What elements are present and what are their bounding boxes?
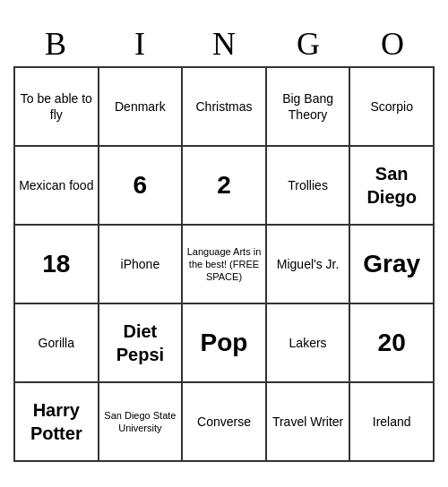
bingo-cell: 2 [183, 147, 267, 226]
bingo-cell: 20 [350, 304, 435, 383]
cell-content: Christmas [195, 98, 252, 115]
cell-content: To be able to fly [19, 90, 94, 123]
cell-content: 6 [134, 169, 148, 201]
bingo-cell: Gorilla [15, 304, 99, 383]
bingo-grid: To be able to flyDenmarkChristmasBig Ban… [13, 66, 435, 462]
bingo-cell: San Diego State University [99, 383, 184, 462]
bingo-cell: Gray [350, 226, 435, 304]
cell-content: 18 [42, 248, 70, 280]
cell-content: Converse [197, 414, 251, 430]
cell-content: Lakers [289, 335, 327, 351]
bingo-letter: N [185, 25, 263, 63]
cell-content: Harry Potter [19, 398, 94, 445]
cell-content: 2 [217, 169, 231, 201]
cell-content: San Diego State University [103, 409, 178, 435]
cell-content: Diet Pepsi [103, 320, 178, 366]
bingo-letter: B [16, 25, 95, 63]
bingo-cell: Language Arts in the best! (FREE SPACE) [183, 226, 267, 304]
cell-content: Gorilla [39, 335, 74, 351]
bingo-cell: San Diego [350, 147, 435, 226]
cell-content: Language Arts in the best! (FREE SPACE) [186, 245, 262, 284]
bingo-cell: To be able to fly [15, 68, 99, 147]
bingo-cell: Miguel's Jr. [267, 226, 351, 304]
bingo-cell: Denmark [99, 68, 184, 147]
cell-content: Gray [363, 248, 420, 280]
bingo-cell: Lakers [267, 304, 351, 383]
bingo-cell: Harry Potter [15, 383, 99, 462]
bingo-cell: iPhone [99, 226, 184, 304]
bingo-cell: Trollies [267, 147, 351, 226]
cell-content: Miguel's Jr. [277, 256, 340, 272]
bingo-cell: Big Bang Theory [267, 68, 351, 147]
cell-content: Big Bang Theory [271, 90, 346, 123]
cell-content: Scorpio [370, 98, 412, 115]
bingo-cell: Diet Pepsi [99, 304, 184, 383]
bingo-header: BINGO [13, 25, 435, 63]
cell-content: San Diego [354, 162, 429, 209]
cell-content: Trollies [288, 177, 328, 193]
bingo-letter: G [269, 25, 348, 63]
bingo-cell: Ireland [350, 383, 435, 462]
bingo-cell: Converse [183, 383, 267, 462]
cell-content: Denmark [115, 98, 166, 115]
bingo-card: BINGO To be able to flyDenmarkChristmasB… [4, 16, 444, 471]
bingo-cell: Mexican food [15, 147, 99, 226]
cell-content: Ireland [373, 414, 411, 430]
cell-content: iPhone [121, 256, 160, 272]
bingo-cell: Pop [183, 304, 267, 383]
bingo-cell: Travel Writer [267, 383, 351, 462]
bingo-cell: Christmas [183, 68, 267, 147]
bingo-letter: O [353, 25, 432, 63]
bingo-cell: 6 [99, 147, 184, 226]
bingo-letter: I [100, 25, 179, 63]
bingo-cell: Scorpio [350, 68, 435, 147]
cell-content: 20 [378, 327, 406, 359]
cell-content: Travel Writer [272, 414, 343, 430]
cell-content: Pop [201, 327, 248, 359]
cell-content: Mexican food [19, 177, 93, 193]
bingo-cell: 18 [15, 226, 99, 304]
